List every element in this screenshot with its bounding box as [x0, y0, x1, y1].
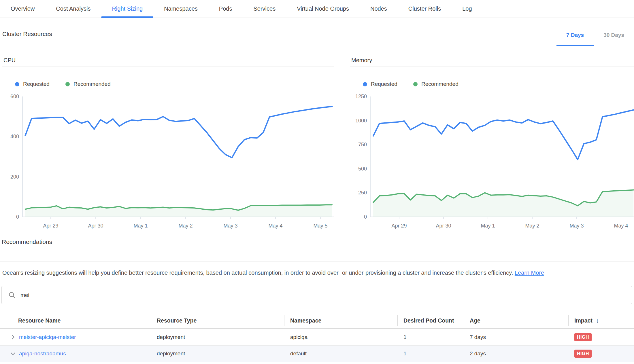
svg-text:May 2: May 2 — [178, 223, 193, 229]
column-header-age[interactable]: Age — [464, 317, 568, 324]
age-cell: 2 days — [464, 350, 568, 357]
impact-badge: HIGH — [574, 350, 592, 358]
svg-text:Apr 30: Apr 30 — [88, 223, 103, 229]
search-box — [1, 286, 632, 304]
tab-virtual-node-groups[interactable]: Virtual Node Groups — [286, 0, 360, 18]
tab-log[interactable]: Log — [452, 0, 482, 18]
resource-type-cell: deployment — [151, 350, 284, 357]
svg-text:200: 200 — [10, 174, 19, 180]
svg-text:250: 250 — [358, 190, 367, 196]
svg-text:750: 750 — [358, 142, 367, 147]
impact-cell: HIGH — [568, 333, 634, 341]
recommendations-table: Resource NameResource TypeNamespaceDesir… — [0, 313, 634, 362]
svg-text:May 1: May 1 — [481, 223, 495, 229]
legend-label: Recommended — [73, 81, 111, 87]
resource-type-cell: deployment — [151, 334, 284, 340]
resource-cell: apiqa-nostradamus — [0, 350, 151, 357]
tab-nodes[interactable]: Nodes — [360, 0, 398, 18]
age-cell: 7 days — [464, 334, 568, 340]
table-row: meister-apiciqa-meisterdeploymentapiciqa… — [0, 329, 634, 346]
resource-name-link[interactable]: meister-apiciqa-meister — [19, 334, 76, 340]
recommendations-description: Ocean's resizing suggestions will help y… — [2, 270, 632, 276]
recommendations-section: Recommendations Ocean's resizing suggest… — [0, 233, 634, 286]
table-header-row: Resource NameResource TypeNamespaceDesir… — [0, 313, 634, 329]
range-7-days[interactable]: 7 Days — [556, 27, 594, 46]
learn-more-link[interactable]: Learn More — [515, 270, 544, 276]
chevron-right-icon[interactable] — [10, 334, 16, 340]
svg-text:1000: 1000 — [355, 118, 367, 124]
table-row: apiqa-nostradamusdeploymentdefault12 day… — [0, 346, 634, 362]
svg-text:0: 0 — [16, 214, 19, 220]
tab-overview[interactable]: Overview — [0, 0, 45, 18]
column-header-label: Namespace — [290, 317, 321, 324]
desired-pod-count-cell: 1 — [397, 350, 464, 357]
column-header-resource-type[interactable]: Resource Type — [151, 317, 284, 324]
tab-right-sizing[interactable]: Right Sizing — [101, 0, 153, 18]
legend-dot-recommended — [65, 82, 70, 86]
resource-name-link[interactable]: apiqa-nostradamus — [19, 350, 66, 357]
memory-chart: 025050075010001250Apr 29Apr 30May 1May 2… — [350, 91, 634, 233]
svg-text:500: 500 — [358, 166, 367, 172]
legend-dot-requested — [15, 82, 19, 86]
chevron-down-icon[interactable] — [10, 350, 16, 357]
namespace-cell: apiciqa — [284, 334, 397, 340]
resource-cell: meister-apiciqa-meister — [0, 334, 151, 340]
cpu-chart-panel: CPU RequestedRecommended 0200400600Apr 2… — [2, 57, 334, 233]
legend-item-requested[interactable]: Requested — [15, 81, 50, 87]
svg-text:May 5: May 5 — [313, 223, 327, 229]
column-header-desired-pod-count[interactable]: Desired Pod Count — [397, 317, 464, 324]
tab-pods[interactable]: Pods — [208, 0, 243, 18]
svg-text:1250: 1250 — [355, 94, 367, 99]
memory-chart-title: Memory — [350, 57, 634, 67]
cluster-resources-header: Cluster Resources 7 Days30 Days — [0, 18, 634, 46]
svg-text:May 3: May 3 — [569, 223, 584, 229]
column-header-label: Impact — [574, 317, 593, 324]
cpu-chart-title: CPU — [2, 57, 334, 67]
svg-text:May 2: May 2 — [525, 223, 539, 229]
memory-chart-panel: Memory RequestedRecommended 025050075010… — [350, 57, 634, 233]
column-header-impact[interactable]: Impact↓ — [568, 317, 634, 324]
legend-dot-recommended — [413, 82, 418, 86]
search-input[interactable] — [20, 292, 632, 298]
legend-item-requested[interactable]: Requested — [363, 81, 397, 87]
impact-cell: HIGH — [568, 350, 634, 358]
time-range-toggle: 7 Days30 Days — [556, 27, 634, 46]
namespace-cell: default — [284, 350, 397, 357]
search-icon — [8, 291, 16, 299]
recommendations-text: Ocean's resizing suggestions will help y… — [2, 270, 513, 276]
tab-namespaces[interactable]: Namespaces — [153, 0, 208, 18]
legend-label: Requested — [371, 81, 397, 87]
divider — [0, 261, 634, 262]
sort-arrow-icon[interactable]: ↓ — [596, 317, 599, 324]
desired-pod-count-cell: 1 — [397, 334, 464, 340]
table-body: meister-apiciqa-meisterdeploymentapiciqa… — [0, 329, 634, 362]
column-header-namespace[interactable]: Namespace — [284, 317, 397, 324]
svg-text:Apr 30: Apr 30 — [436, 223, 451, 229]
tab-bar: OverviewCost AnalysisRight SizingNamespa… — [0, 0, 634, 18]
charts-section: CPU RequestedRecommended 0200400600Apr 2… — [0, 46, 634, 233]
tab-cluster-rolls[interactable]: Cluster Rolls — [398, 0, 452, 18]
legend-label: Requested — [23, 81, 50, 87]
legend-item-recommended[interactable]: Recommended — [413, 81, 458, 87]
cpu-legend: RequestedRecommended — [15, 81, 334, 88]
column-header-label: Resource Name — [18, 317, 61, 324]
svg-text:May 4: May 4 — [268, 223, 282, 229]
tab-services[interactable]: Services — [243, 0, 286, 18]
svg-text:May 3: May 3 — [223, 223, 237, 229]
recommendations-title: Recommendations — [2, 238, 52, 245]
svg-text:600: 600 — [10, 94, 19, 99]
column-header-label: Desired Pod Count — [403, 317, 454, 324]
legend-item-recommended[interactable]: Recommended — [65, 81, 111, 87]
svg-text:0: 0 — [364, 214, 367, 220]
legend-dot-requested — [363, 82, 367, 86]
svg-text:May 4: May 4 — [614, 223, 628, 229]
tab-cost-analysis[interactable]: Cost Analysis — [45, 0, 101, 18]
page-title: Cluster Resources — [2, 31, 52, 37]
svg-text:May 1: May 1 — [133, 223, 148, 229]
cpu-chart: 0200400600Apr 29Apr 30May 1May 2May 3May… — [2, 91, 334, 233]
svg-text:400: 400 — [10, 134, 19, 139]
svg-text:Apr 29: Apr 29 — [43, 223, 59, 229]
column-header-label: Resource Type — [157, 317, 197, 324]
range-30-days[interactable]: 30 Days — [594, 27, 634, 46]
column-header-resource-name[interactable]: Resource Name — [0, 317, 151, 324]
